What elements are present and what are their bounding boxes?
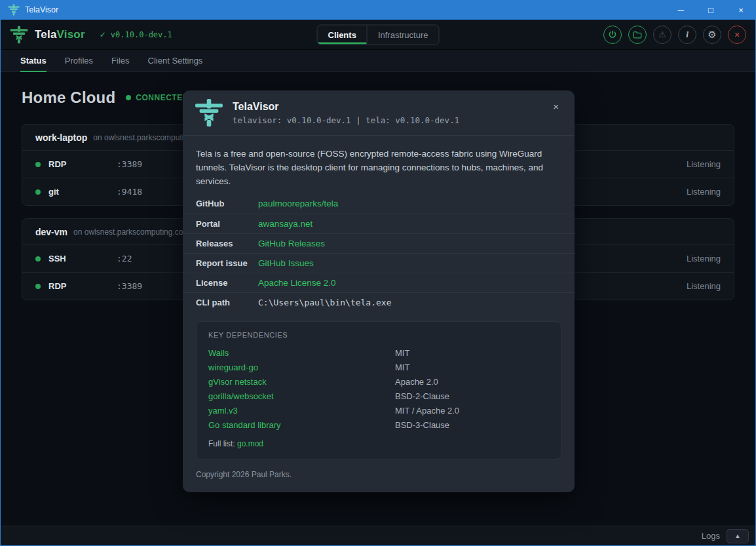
service-status: Listening: [687, 281, 721, 291]
about-title: TelaVisor: [233, 101, 459, 113]
dependency-link[interactable]: Go standard library: [208, 420, 395, 430]
quit-button[interactable]: ×: [728, 26, 746, 44]
about-title-block: TelaVisor telavisor: v0.10.0-dev.1 | tel…: [233, 101, 459, 125]
dependency-row: gVisor netstack Apache 2.0: [208, 375, 549, 389]
dependencies-panel: KEY DEPENDENCIES Wails MIT wireguard-go …: [196, 321, 561, 459]
service-name: RDP: [48, 281, 109, 291]
os-titlebar: TelaVisor ─ □ ×: [0, 0, 756, 20]
dependency-link[interactable]: wireguard-go: [208, 362, 395, 372]
service-status-dot-icon: [35, 256, 41, 262]
dependency-license: MIT: [395, 348, 409, 358]
logs-label: Logs: [702, 531, 720, 541]
subnav-item-files[interactable]: Files: [111, 50, 129, 71]
github-link[interactable]: paulmooreparks/tela: [258, 199, 338, 208]
about-button[interactable]: i: [678, 26, 696, 44]
machine-host: on owlsnest.parkscomputing.com: [73, 227, 189, 237]
brand: TelaVisor ✓ v0.10.0-dev.1: [10, 26, 172, 44]
subnav-item-status[interactable]: Status: [20, 50, 47, 71]
mode-tabs: Clients Infrastructure: [317, 24, 440, 45]
triangle-up-icon: ▲: [734, 532, 741, 539]
link-label: Report issue: [196, 258, 258, 268]
machine-name: dev-vm: [35, 227, 67, 237]
about-dialog: TelaVisor telavisor: v0.10.0-dev.1 | tel…: [183, 90, 575, 492]
link-label: License: [196, 278, 258, 288]
dialog-close-button[interactable]: ×: [549, 98, 563, 115]
dependencies-heading: KEY DEPENDENCIES: [208, 331, 549, 339]
power-icon: [608, 30, 617, 39]
warnings-button[interactable]: ⚠: [653, 26, 671, 44]
close-icon: ×: [734, 29, 740, 40]
check-icon: ✓: [100, 30, 106, 39]
service-name: git: [48, 187, 109, 197]
link-label: Releases: [196, 239, 258, 248]
dependency-link[interactable]: Wails: [208, 348, 395, 358]
gear-icon: ⚙: [708, 29, 716, 41]
license-link[interactable]: Apache License 2.0: [258, 278, 336, 288]
link-label: Portal: [196, 219, 258, 229]
app-logo-icon: [10, 26, 28, 44]
copyright-text: Copyright 2026 Paul Parks.: [183, 459, 575, 492]
app-logo-icon: [8, 4, 20, 16]
brand-name: TelaVisor: [35, 28, 85, 41]
link-label: GitHub: [196, 199, 258, 208]
page-title: Home Cloud: [22, 88, 115, 107]
subnav-item-profiles[interactable]: Profiles: [65, 50, 93, 71]
app-header: TelaVisor ✓ v0.10.0-dev.1 Clients Infras…: [1, 20, 755, 50]
power-button[interactable]: [603, 26, 622, 44]
version-indicator: ✓ v0.10.0-dev.1: [100, 30, 172, 39]
connected-dot-icon: [126, 95, 131, 100]
machine-name: work-laptop: [35, 132, 87, 143]
tab-clients[interactable]: Clients: [318, 25, 367, 44]
window-title: TelaVisor: [25, 5, 58, 14]
version-text: v0.10.0-dev.1: [111, 30, 172, 39]
service-status-dot-icon: [35, 162, 41, 167]
about-link-row: License Apache License 2.0: [183, 273, 575, 292]
gomod-link[interactable]: go.mod: [237, 439, 263, 448]
folder-icon: [633, 30, 642, 39]
dependency-row: wireguard-go MIT: [208, 361, 549, 375]
service-name: RDP: [48, 159, 109, 169]
service-status-dot-icon: [35, 284, 41, 289]
about-links: GitHub paulmooreparks/tela Portal awansa…: [183, 194, 575, 312]
service-status: Listening: [687, 187, 721, 197]
info-icon: i: [686, 29, 689, 40]
header-actions: ⚠ i ⚙ ×: [603, 26, 746, 44]
report-issue-link[interactable]: GitHub Issues: [258, 258, 314, 268]
about-versions: telavisor: v0.10.0-dev.1 | tela: v0.10.0…: [233, 115, 459, 125]
dependency-license: BSD-3-Clause: [395, 420, 449, 430]
dependency-row: Go standard library BSD-3-Clause: [208, 418, 549, 433]
about-link-row: GitHub paulmooreparks/tela: [183, 194, 575, 214]
service-port: :3389: [117, 281, 142, 291]
about-dialog-header: TelaVisor telavisor: v0.10.0-dev.1 | tel…: [183, 90, 575, 136]
service-port: :3389: [117, 159, 142, 169]
app-window: TelaVisor ─ □ × TelaVisor ✓ v0.10.0-dev.…: [0, 0, 756, 546]
link-label: CLI path: [196, 298, 258, 307]
service-port: :9418: [117, 187, 142, 197]
minimize-button[interactable]: ─: [666, 0, 696, 20]
about-link-row: Portal awansaya.net: [183, 214, 575, 233]
cli-path-value: C:\Users\paul\bin\tela.exe: [258, 298, 392, 307]
dependency-link[interactable]: yaml.v3: [208, 406, 395, 416]
tab-infrastructure[interactable]: Infrastructure: [367, 25, 439, 44]
dependency-link[interactable]: gorilla/websocket: [208, 391, 395, 401]
maximize-button[interactable]: □: [696, 0, 726, 20]
service-status: Listening: [687, 254, 721, 263]
warning-icon: ⚠: [658, 29, 666, 39]
close-window-button[interactable]: ×: [726, 0, 756, 20]
settings-button[interactable]: ⚙: [703, 26, 721, 44]
dependency-link[interactable]: gVisor netstack: [208, 377, 395, 387]
logs-expand-button[interactable]: ▲: [727, 529, 749, 543]
releases-link[interactable]: GitHub Releases: [258, 239, 325, 248]
portal-link[interactable]: awansaya.net: [258, 219, 312, 229]
status-bar: Logs ▲: [1, 526, 755, 545]
subnav-item-client-settings[interactable]: Client Settings: [148, 50, 203, 71]
folder-button[interactable]: [628, 26, 647, 44]
full-list-row: Full list: go.mod: [208, 439, 549, 448]
dependency-license: MIT: [395, 362, 409, 372]
dependency-row: yaml.v3 MIT / Apache 2.0: [208, 404, 549, 418]
app-logo-icon: [195, 98, 223, 127]
about-link-row: CLI path C:\Users\paul\bin\tela.exe: [183, 292, 575, 312]
service-status-dot-icon: [35, 189, 41, 195]
service-name: SSH: [48, 254, 109, 263]
dependency-row: gorilla/websocket BSD-2-Clause: [208, 389, 549, 404]
